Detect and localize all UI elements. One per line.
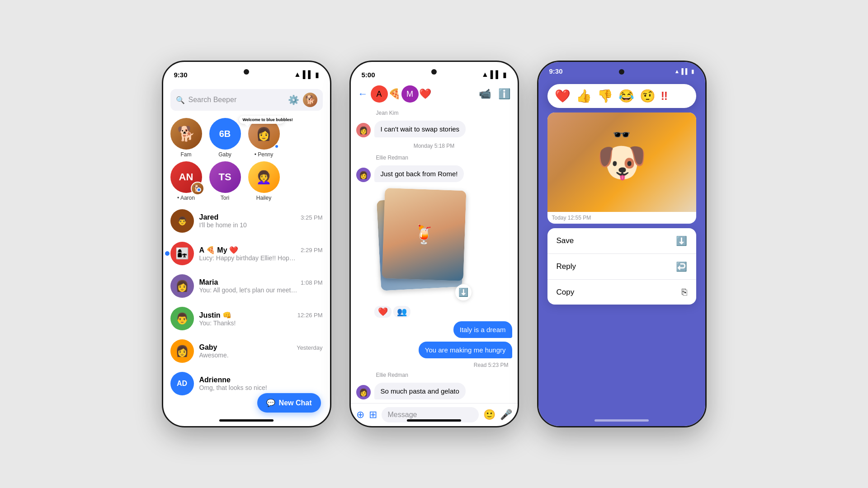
story-penny[interactable]: 👩 Welcome to blue bubbles! • Penny [248, 118, 280, 158]
camera-notch-1 [244, 69, 249, 75]
phone-3: 9:30 ▲ ▌▌ ▮ ❤️ 👍 👎 😂 🤨 ‼️ [537, 61, 707, 427]
stories-row-2: AN 🐕 • Aaron TS Tori 👩‍🦱 Hailey [163, 158, 330, 205]
chat-name-justin: Justin 👊 [199, 311, 232, 319]
chat-info-adrienne: Adrienne Omg, that looks so nice! [199, 376, 323, 391]
emoji-icon[interactable]: 🙂 [483, 409, 495, 421]
wifi-icon-3: ▲ [675, 68, 680, 75]
context-copy[interactable]: Copy ⎘ [547, 280, 696, 305]
chat-preview-adrienne: Omg, that looks so nice! [199, 384, 299, 391]
settings-icon[interactable]: ⚙️ [288, 94, 299, 105]
chat-preview-maria: You: All good, let's plan our meeting co… [199, 286, 299, 294]
story-fam[interactable]: 🐕 Fam [170, 118, 202, 158]
react-thumbs-up[interactable]: 👍 [576, 89, 592, 103]
react-skeptic[interactable]: 🤨 [640, 89, 656, 103]
bubble-rome: Just got back from Rome! [374, 165, 464, 182]
chat-info-maria: Maria 1:08 PM You: All good, let's plan … [199, 278, 323, 294]
unread-dot-group [165, 251, 170, 256]
reactions-bar: ❤️ 👥 [374, 306, 512, 318]
battery-icon: ▮ [315, 70, 319, 79]
home-indicator-1 [219, 419, 274, 422]
bubble-hungry: You are making me hungry [419, 342, 512, 358]
chat-item-jared[interactable]: 👨 Jared 3:25 PM I'll be home in 10 [163, 205, 330, 237]
chat-item-gaby[interactable]: 👩 Gaby Yesterday Awesome. [163, 335, 330, 367]
story-avatar-fam: 🐕 [170, 118, 202, 150]
chat-name-jared: Jared [199, 213, 219, 221]
story-avatar-gaby: 6B [209, 118, 241, 150]
sender-ellie-1: Ellie Redman [356, 155, 512, 161]
copy-label: Copy [557, 288, 575, 297]
story-aaron[interactable]: AN 🐕 • Aaron [170, 161, 202, 201]
story-hailey[interactable]: 👩‍🦱 Hailey [248, 161, 280, 201]
chat-time-gaby: Yesterday [297, 344, 322, 351]
story-gaby[interactable]: 6B Gaby [209, 118, 241, 158]
story-tori[interactable]: TS Tori [209, 161, 241, 201]
input-bar: ⊕ ⊞ Message 🙂 🎤 [351, 403, 518, 426]
download-button[interactable]: ⬇️ [455, 284, 472, 300]
photo-card-1: 🍹 [382, 188, 466, 281]
search-bar[interactable]: 🔍 Search Beeper ⚙️ 🐕 [170, 89, 323, 111]
avatar-jean: 👩 [356, 123, 371, 137]
group-avatar-a: A [371, 85, 388, 103]
video-icon[interactable]: 📹 [479, 88, 491, 100]
sticker-icon[interactable]: ⊞ [369, 409, 377, 421]
online-indicator-penny [274, 144, 279, 149]
chat-preview-group: Lucy: Happy birthday Ellie!! Hope you've… [199, 254, 299, 262]
new-chat-label: New Chat [279, 399, 312, 407]
photo-timestamp: Today 12:55 PM [547, 212, 696, 224]
time-3: 9:30 [549, 67, 563, 75]
status-bar-3: 9:30 ▲ ▌▌ ▮ [538, 62, 705, 75]
reaction-picker[interactable]: ❤️ 👍 👎 😂 🤨 ‼️ [547, 84, 696, 108]
add-icon[interactable]: ⊕ [356, 409, 364, 421]
chat-item-group[interactable]: 👩‍👧 A 🍕 My ❤️ 2:29 PM Lucy: Happy birthd… [163, 237, 330, 270]
group-avatar-pizza: 🍕 [386, 85, 403, 103]
react-heart[interactable]: ❤️ [555, 89, 571, 103]
camera-notch-3 [619, 69, 624, 75]
chat-item-justin[interactable]: 👨 Justin 👊 12:26 PM You: Thanks! [163, 302, 330, 335]
reaction-group[interactable]: 👥 [393, 306, 410, 318]
save-label: Save [557, 236, 574, 245]
bubble-pasta: So much pasta and gelato [374, 383, 466, 399]
context-reply[interactable]: Reply ↩️ [547, 254, 696, 280]
avatar-group: 👩‍👧 [170, 242, 194, 265]
chat-name-maria: Maria [199, 278, 218, 286]
signal-icon: ▌▌ [303, 70, 313, 79]
reaction-heart[interactable]: ❤️ [374, 306, 392, 318]
status-bar-1: 9:30 ▲ ▌▌ ▮ [163, 62, 330, 82]
chat-name-adrienne: Adrienne [199, 376, 231, 384]
avatar-adrienne: AD [170, 372, 194, 395]
chat-info-justin: Justin 👊 12:26 PM You: Thanks! [199, 311, 323, 327]
react-exclamation[interactable]: ‼️ [661, 89, 668, 103]
camera-notch-2 [431, 69, 437, 75]
status-icons-1: ▲ ▌▌ ▮ [294, 70, 319, 79]
reply-icon: ↩️ [676, 261, 687, 272]
status-icons-3: ▲ ▌▌ ▮ [675, 68, 694, 75]
signal-icon-3: ▌▌ [681, 68, 689, 75]
penny-bubble: Welcome to blue bubbles! [239, 116, 284, 124]
msg-italy: Italy is a dream [356, 321, 512, 338]
context-save[interactable]: Save ⬇️ [547, 228, 696, 254]
msg-ellie-rome: 👩 Just got back from Rome! [356, 165, 512, 182]
mic-icon[interactable]: 🎤 [500, 409, 512, 421]
story-name-aaron: • Aaron [177, 195, 195, 201]
chat-header: ← A 🍕 M ❤️ 📹 ℹ️ [351, 82, 518, 106]
story-name-tori: Tori [221, 195, 229, 201]
new-chat-button[interactable]: 💬 New Chat [257, 393, 321, 413]
chat-list: 👨 Jared 3:25 PM I'll be home in 10 👩‍👧 [163, 205, 330, 400]
back-button[interactable]: ← [358, 88, 368, 100]
new-chat-icon: 💬 [266, 399, 275, 407]
bubble-italy: Italy is a dream [453, 321, 512, 338]
chat-item-maria[interactable]: 👩 Maria 1:08 PM You: All good, let's pla… [163, 270, 330, 302]
phone-2: 5:00 ▲ ▌▌ ▮ ← A 🍕 M ❤️ 📹 ℹ️ [349, 61, 519, 427]
avatar-maria: 👩 [170, 274, 194, 298]
battery-icon-3: ▮ [691, 68, 694, 75]
story-name-fam: Fam [181, 151, 192, 158]
wifi-icon: ▲ [294, 70, 301, 79]
story-name-penny: • Penny [255, 151, 274, 158]
chat-info-gaby: Gaby Yesterday Awesome. [199, 343, 323, 359]
react-thumbs-down[interactable]: 👎 [597, 89, 613, 103]
react-laugh[interactable]: 😂 [618, 89, 634, 103]
chat-time-maria: 1:08 PM [301, 279, 322, 286]
info-icon[interactable]: ℹ️ [498, 88, 510, 100]
user-avatar[interactable]: 🐕 [303, 93, 317, 107]
signal-icon-2: ▌▌ [491, 70, 501, 79]
